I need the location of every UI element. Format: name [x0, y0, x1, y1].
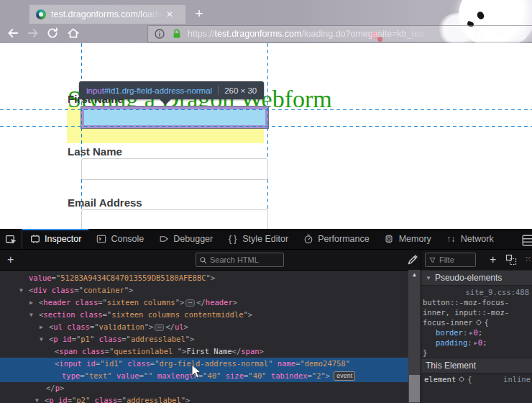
code-token: container	[83, 286, 124, 294]
code-token: ="	[198, 371, 208, 380]
tooltip-selector: #id1.drg-field-address-normal	[104, 86, 212, 95]
markup-row[interactable]: ▼<p id="p2" class="addresslabel">	[0, 394, 408, 403]
close-brace: }	[421, 348, 532, 358]
markup-row[interactable]: ▶<ul class="validation">⋯</ul>	[0, 321, 408, 333]
filter-funnel-icon	[428, 256, 436, 264]
reload-button[interactable]	[46, 27, 59, 40]
twisty-icon[interactable]: ▶	[29, 296, 33, 309]
tab-debugger[interactable]: Debugger	[151, 229, 220, 249]
secure-lock-icon[interactable]	[171, 28, 183, 40]
code-token: ="	[68, 396, 77, 403]
element-inline-rule[interactable]: element{ inline	[421, 373, 532, 385]
eyedropper-icon[interactable]	[407, 253, 419, 266]
tab-inspector[interactable]: Inspector	[22, 229, 88, 249]
code-token: ="	[80, 371, 89, 380]
add-node-button[interactable]: +	[7, 250, 14, 270]
markup-row[interactable]: </p>	[0, 382, 408, 394]
markup-row[interactable]: ▼<p id="p1" class="addresslabel">	[0, 333, 408, 345]
code-token: p	[49, 396, 53, 403]
css-property-row[interactable]: border:▶0;	[421, 327, 532, 338]
markup-row[interactable]: ▼<div class="container">	[0, 284, 408, 296]
code-token: id	[63, 335, 72, 343]
twisty-down-icon[interactable]: ▼	[426, 275, 431, 281]
pick-element-button[interactable]	[0, 229, 22, 249]
page-actions-menu-icon[interactable]: •••	[491, 29, 503, 40]
reader-mode-icon[interactable]	[473, 28, 485, 40]
browser-tab[interactable]: test.dragonforms.com/loading ✕	[29, 4, 186, 24]
code-token: text	[89, 371, 107, 380]
site-info-icon[interactable]	[154, 28, 165, 40]
tab-label: Console	[111, 234, 144, 244]
ellipsis-badge[interactable]: ⋯	[185, 299, 195, 307]
property-name[interactable]: border	[436, 328, 463, 337]
this-element-header[interactable]: This Element	[421, 358, 532, 373]
event-badge[interactable]: event	[334, 371, 355, 381]
code-token: ="	[117, 396, 127, 403]
code-token: "	[262, 371, 271, 380]
twisty-icon[interactable]: ▶	[40, 321, 43, 333]
ellipsis-badge[interactable]: ⋯	[155, 324, 164, 331]
highlight-selector-icon[interactable]	[475, 318, 482, 325]
element-keyword: element	[424, 375, 456, 384]
back-button[interactable]	[6, 27, 19, 40]
rule-source-link[interactable]: site_9.css:488	[421, 286, 532, 297]
tab-console[interactable]: Console	[88, 229, 151, 249]
filter-styles-box[interactable]	[425, 253, 476, 267]
markup-row[interactable]: type="text" value="" maxlength="40" size…	[0, 370, 408, 382]
home-button[interactable]	[67, 27, 80, 40]
url-bar[interactable]: https://test.dragonforms.com/loading.do?…	[147, 25, 532, 42]
code-token: class	[99, 335, 122, 343]
twisty-icon[interactable]: ▼	[40, 333, 43, 345]
last-name-input[interactable]	[81, 158, 268, 180]
code-token: id	[58, 396, 68, 403]
markup-row[interactable]: value="51283A9434C847013559DB5180AFE8BC"…	[0, 272, 408, 284]
markup-scrollbar[interactable]: ▲	[408, 270, 421, 403]
toolbar-overflow-dots[interactable]: ⁙	[525, 250, 531, 270]
markup-row[interactable]: <span class="questionlabel ">First Name<…	[0, 345, 408, 358]
scrollbar-thumb[interactable]	[409, 375, 420, 402]
tab-title: test.dragonforms.com/loading	[51, 9, 165, 19]
twisty-icon[interactable]: ▼	[29, 309, 33, 321]
expand-value-icon[interactable]: ▶	[469, 330, 472, 336]
pocket-icon[interactable]	[515, 28, 527, 40]
open-brace: {	[485, 318, 489, 327]
email-address-input[interactable]	[81, 209, 268, 229]
forward-button[interactable]	[27, 27, 40, 40]
tab-performance[interactable]: Performance	[295, 229, 377, 249]
code-token: class	[67, 322, 90, 331]
css-property-row[interactable]: padding:▶0;	[421, 338, 532, 348]
markup-row[interactable]: ▼<section class="sixteen columns content…	[0, 309, 408, 321]
code-token: "	[268, 359, 278, 368]
search-html-input[interactable]	[210, 255, 283, 264]
twisty-icon[interactable]: ▼	[19, 284, 23, 296]
tab-close-icon[interactable]: ✕	[166, 9, 173, 19]
tab-memory[interactable]: Memory	[377, 229, 439, 249]
class-panel-toggle-icon[interactable]	[505, 254, 517, 265]
search-html-box[interactable]	[196, 253, 284, 267]
scrollbar-up-arrow-icon[interactable]: ▲	[408, 271, 421, 278]
new-tab-button[interactable]: +	[188, 4, 210, 23]
code-token: >	[184, 322, 188, 331]
storage-tab-icon-partial[interactable]	[522, 233, 532, 245]
code-token: >	[260, 347, 264, 356]
code-token: div	[33, 286, 47, 294]
markup-row[interactable]: <input id="id1" class="drg-field-address…	[0, 358, 408, 370]
code-token: type	[62, 371, 80, 380]
expand-value-icon[interactable]: ▶	[474, 340, 477, 346]
tab-network[interactable]: ↑↓Network	[439, 229, 501, 249]
code-token: ="	[150, 359, 160, 368]
url-text[interactable]: https://test.dragonforms.com/loading.do?…	[188, 29, 467, 39]
filter-styles-input[interactable]	[439, 255, 475, 264]
markup-row[interactable]: ▶<header class="sixteen columns">⋯</head…	[0, 296, 408, 309]
markup-tree: value="51283A9434C847013559DB5180AFE8BC"…	[0, 270, 408, 403]
add-rule-button[interactable]: +	[490, 250, 496, 270]
twisty-icon[interactable]: ▼	[35, 394, 39, 403]
property-name[interactable]: padding	[436, 338, 467, 347]
inline-source-link[interactable]: inline	[503, 373, 531, 385]
highlight-selector-icon[interactable]	[458, 374, 465, 381]
highlighter-guide-horizontal-bottom	[0, 126, 532, 127]
tab-style-editor[interactable]: { }Style Editor	[220, 229, 295, 249]
pseudo-elements-header[interactable]: ▼Pseudo-elements	[421, 270, 532, 286]
code-token: >	[60, 384, 64, 392]
code-token: </	[196, 298, 206, 307]
